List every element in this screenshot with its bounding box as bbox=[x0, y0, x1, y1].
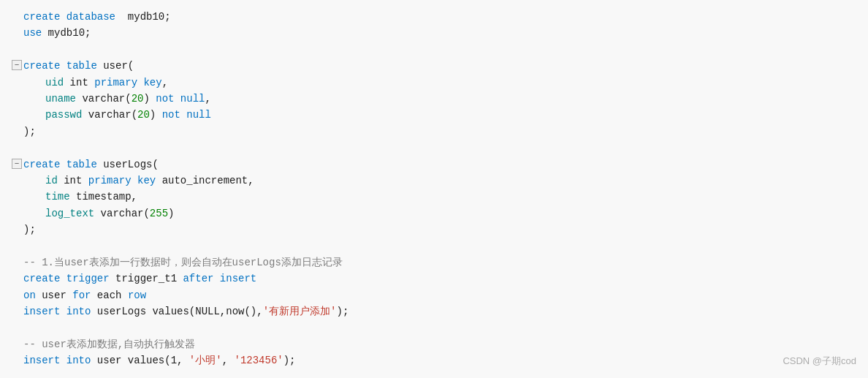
code-line: create trigger trigger_t1 after insert bbox=[12, 271, 856, 287]
code-token: '有新用户添加' bbox=[263, 303, 337, 320]
code-line: insert into user values(1, '小明', '123456… bbox=[12, 352, 856, 368]
code-line: insert into userLogs values(NULL,now(),'… bbox=[12, 303, 856, 320]
code-token: varchar( bbox=[94, 205, 150, 222]
code-line bbox=[12, 140, 856, 156]
code-token: ); bbox=[336, 303, 349, 320]
code-token: ); bbox=[23, 124, 36, 140]
code-token: -- user表添加数据,自动执行触发器 bbox=[23, 336, 195, 352]
code-token: log_text bbox=[45, 205, 94, 222]
code-line: uid int primary key, bbox=[12, 75, 856, 91]
code-token: int bbox=[64, 75, 94, 91]
code-token: primary key bbox=[88, 173, 156, 189]
code-token: timestamp, bbox=[70, 189, 137, 205]
code-token: row bbox=[128, 287, 146, 303]
code-token: ) bbox=[168, 205, 174, 222]
code-line: id int primary key auto_increment, bbox=[12, 173, 856, 189]
code-token: not null bbox=[162, 107, 211, 123]
code-token: , bbox=[222, 352, 235, 368]
code-token: auto_increment, bbox=[156, 173, 254, 189]
fold-marker[interactable]: − bbox=[12, 159, 22, 169]
code-token: create database bbox=[23, 9, 128, 25]
code-token: user values(1, bbox=[97, 352, 189, 368]
code-token: insert into bbox=[23, 303, 97, 320]
code-token: 255 bbox=[150, 205, 168, 222]
code-line: log_text varchar(255) bbox=[12, 205, 856, 222]
code-token: ) bbox=[150, 107, 162, 123]
code-line bbox=[12, 238, 856, 254]
code-token: not null bbox=[156, 91, 205, 107]
code-line: -- 1.当user表添加一行数据时，则会自动在userLogs添加日志记录 bbox=[12, 254, 856, 271]
code-token: '123456' bbox=[234, 352, 283, 368]
code-token: time bbox=[45, 189, 70, 205]
code-token: varchar( bbox=[82, 107, 137, 123]
code-token: int bbox=[58, 173, 88, 189]
code-line: passwd varchar(20) not null bbox=[12, 107, 856, 123]
code-line: −create table user( bbox=[12, 58, 856, 74]
code-line: uname varchar(20) not null, bbox=[12, 91, 856, 107]
code-line bbox=[12, 42, 856, 58]
code-token: mydb10; bbox=[42, 25, 91, 41]
watermark: CSDN @子期cod bbox=[783, 354, 856, 369]
code-token: each bbox=[91, 287, 127, 303]
code-line: time timestamp, bbox=[12, 189, 856, 205]
code-token: insert into bbox=[23, 352, 97, 368]
code-line: on user for each row bbox=[12, 287, 856, 303]
code-token: id bbox=[45, 173, 58, 189]
code-token: ); bbox=[283, 352, 296, 368]
code-token: , bbox=[162, 75, 168, 91]
code-token: trigger_t1 bbox=[115, 271, 183, 287]
code-token: 20 bbox=[132, 91, 144, 107]
code-line bbox=[12, 320, 856, 336]
code-token: ); bbox=[23, 222, 36, 238]
code-line: use mydb10; bbox=[12, 25, 856, 41]
code-token: -- 1.当user表添加一行数据时，则会自动在userLogs添加日志记录 bbox=[23, 254, 343, 271]
code-token: primary key bbox=[94, 75, 161, 91]
code-token: passwd bbox=[45, 107, 82, 123]
code-line: −create table userLogs( bbox=[12, 156, 856, 173]
fold-marker[interactable]: − bbox=[12, 60, 22, 70]
code-token: userLogs( bbox=[103, 156, 159, 173]
code-token: uname bbox=[45, 91, 76, 107]
code-token: , bbox=[205, 91, 210, 107]
code-token: create trigger bbox=[23, 271, 115, 287]
code-token: use bbox=[23, 25, 42, 41]
code-token: userLogs values(NULL,now(), bbox=[97, 303, 263, 320]
code-token: uid bbox=[45, 75, 64, 91]
code-block: create database mydb10;use mydb10; −crea… bbox=[12, 9, 856, 369]
code-token: user( bbox=[103, 58, 134, 74]
code-token: create table bbox=[23, 58, 103, 74]
code-line: -- user表添加数据,自动执行触发器 bbox=[12, 336, 856, 352]
code-token: ) bbox=[143, 91, 156, 107]
code-token: on bbox=[23, 287, 36, 303]
code-token: user bbox=[36, 287, 72, 303]
code-line: ); bbox=[12, 124, 856, 140]
code-token: for bbox=[72, 287, 91, 303]
code-line: create database mydb10; bbox=[12, 9, 856, 25]
code-token: mydb10; bbox=[128, 9, 171, 25]
code-token: '小明' bbox=[189, 352, 222, 368]
code-line: ); bbox=[12, 222, 856, 238]
code-token: after insert bbox=[183, 271, 256, 287]
code-token: 20 bbox=[137, 107, 150, 123]
code-editor: create database mydb10;use mydb10; −crea… bbox=[0, 0, 868, 378]
code-token: create table bbox=[23, 156, 103, 173]
code-token: varchar( bbox=[76, 91, 132, 107]
